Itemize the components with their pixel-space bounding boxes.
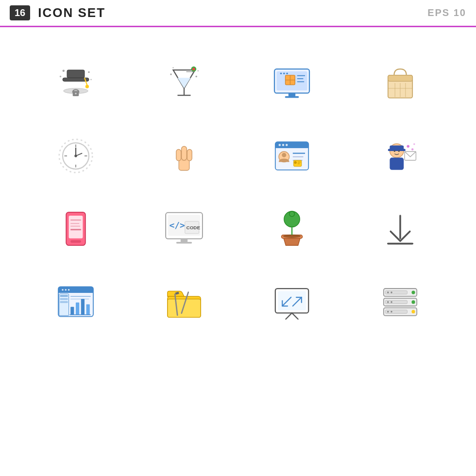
cocktail-icon — [162, 61, 206, 105]
svg-point-67 — [294, 161, 297, 164]
svg-point-18 — [170, 73, 172, 75]
svg-point-74 — [393, 150, 395, 152]
svg-rect-81 — [69, 216, 83, 238]
svg-rect-72 — [388, 149, 406, 152]
svg-line-126 — [286, 313, 292, 319]
svg-point-79 — [413, 143, 415, 145]
postman-icon — [378, 134, 422, 178]
svg-point-134 — [391, 291, 392, 293]
svg-rect-1 — [67, 70, 85, 78]
header-badge: 16 — [10, 5, 30, 20]
svg-point-21 — [197, 70, 199, 71]
code-icon-wrapper: </> CODE — [162, 207, 206, 251]
header: 16 ICON SET EPS 10 — [0, 0, 476, 27]
svg-point-131 — [411, 291, 415, 294]
icon-grid: </> CODE — [29, 51, 447, 333]
svg-point-141 — [411, 310, 415, 313]
svg-point-106 — [65, 289, 67, 291]
dashboard-icon — [54, 280, 98, 323]
svg-point-6 — [88, 71, 90, 73]
profile-card-icon — [270, 134, 314, 178]
svg-point-10 — [75, 93, 77, 95]
svg-point-99 — [289, 211, 295, 217]
icon-cell-tablet — [29, 197, 123, 260]
graduation-cap-icon — [54, 61, 98, 105]
svg-point-133 — [387, 291, 389, 293]
svg-rect-112 — [70, 307, 74, 315]
svg-rect-53 — [176, 150, 181, 161]
icon-cell-graduation-cap — [29, 51, 123, 115]
svg-point-60 — [286, 144, 288, 146]
svg-point-75 — [398, 150, 400, 152]
icon-cell-download — [354, 197, 447, 260]
svg-point-58 — [279, 144, 281, 146]
icon-cell-desktop-package — [245, 51, 339, 115]
svg-rect-89 — [181, 239, 187, 242]
icon-cell-dashboard — [29, 270, 123, 333]
svg-point-19 — [172, 67, 174, 68]
download-icon — [378, 207, 422, 251]
svg-point-138 — [387, 301, 389, 303]
svg-point-16 — [192, 68, 195, 70]
svg-marker-12 — [177, 78, 190, 88]
svg-text:</>: </> — [169, 220, 185, 230]
svg-rect-110 — [60, 298, 68, 300]
header-title: ICON SET — [38, 5, 427, 20]
folder-tools-icon — [162, 280, 206, 323]
icon-cell-server — [354, 270, 447, 333]
presentation-icon — [270, 280, 314, 323]
svg-point-139 — [391, 301, 392, 303]
svg-point-62 — [282, 153, 287, 157]
icon-cell-postman — [354, 124, 447, 187]
icon-cell-presentation — [245, 270, 339, 333]
svg-line-127 — [292, 313, 298, 319]
svg-rect-120 — [168, 299, 201, 318]
svg-point-136 — [411, 300, 415, 304]
icon-cell-cocktail — [137, 51, 231, 115]
svg-rect-115 — [86, 304, 90, 315]
svg-point-77 — [407, 145, 409, 148]
plant-icon — [270, 207, 314, 251]
clock-icon — [54, 134, 98, 178]
svg-point-32 — [280, 72, 282, 74]
icon-cell-plant — [245, 197, 339, 260]
svg-rect-113 — [76, 303, 79, 315]
svg-rect-90 — [176, 242, 192, 244]
shopping-bag-icon — [378, 61, 422, 105]
svg-rect-111 — [60, 301, 68, 303]
svg-point-143 — [387, 311, 389, 313]
server-icon — [378, 280, 422, 323]
icon-cell-folder-tools — [137, 270, 231, 333]
main-content: </> CODE — [0, 27, 476, 476]
svg-rect-104 — [58, 290, 93, 293]
svg-point-105 — [62, 289, 64, 291]
icon-cell-hand-gesture — [137, 124, 231, 187]
svg-rect-24 — [289, 93, 295, 97]
svg-rect-73 — [390, 158, 404, 170]
desktop-package-icon — [270, 61, 314, 105]
svg-rect-114 — [81, 299, 85, 315]
svg-point-20 — [195, 76, 197, 78]
svg-rect-108 — [59, 294, 69, 316]
svg-point-5 — [60, 76, 62, 78]
svg-rect-109 — [60, 295, 68, 297]
svg-point-95 — [283, 235, 301, 238]
svg-point-33 — [283, 72, 285, 74]
svg-point-49 — [75, 154, 77, 157]
svg-rect-36 — [388, 75, 412, 82]
icon-cell-clock — [29, 124, 123, 187]
icon-cell-code-monitor: </> CODE — [137, 197, 231, 260]
svg-text:CODE: CODE — [186, 225, 200, 230]
svg-point-34 — [287, 72, 289, 74]
hand-gesture-icon — [162, 134, 206, 178]
svg-point-59 — [282, 144, 285, 146]
icon-cell-profile-card — [245, 124, 339, 187]
svg-rect-25 — [285, 96, 299, 98]
svg-point-4 — [63, 70, 65, 72]
icon-cell-shopping-bag — [354, 51, 447, 115]
svg-point-107 — [68, 289, 70, 291]
svg-point-7 — [90, 79, 92, 80]
svg-point-144 — [391, 311, 392, 313]
svg-point-78 — [411, 148, 414, 151]
header-eps: EPS 10 — [427, 7, 466, 18]
